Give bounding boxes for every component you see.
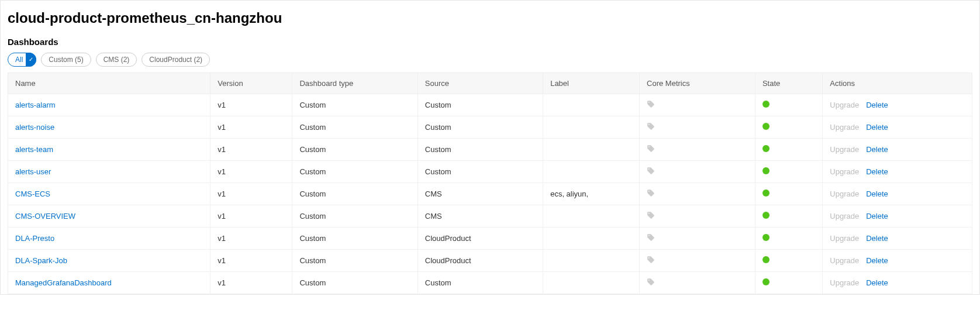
- state-dot-icon: [762, 256, 769, 263]
- cell-type: Custom: [292, 250, 417, 272]
- dashboard-name-link[interactable]: alerts-user: [15, 167, 51, 176]
- table-row: alerts-noisev1CustomCustomUpgradeDelete: [8, 116, 972, 139]
- table-row: DLA-Prestov1CustomCloudProductUpgradeDel…: [8, 228, 972, 250]
- cell-actions: UpgradeDelete: [823, 205, 972, 228]
- filter-chip-label: All: [15, 55, 23, 64]
- cell-version: v1: [211, 116, 292, 139]
- cell-label: [543, 116, 640, 139]
- filter-chip-label: CMS (2): [103, 55, 130, 64]
- cell-source: CMS: [417, 183, 543, 205]
- dashboard-name-link[interactable]: alerts-team: [15, 145, 53, 154]
- cell-core-metrics: [640, 272, 755, 294]
- state-dot-icon: [762, 234, 769, 241]
- table-row: CMS-OVERVIEWv1CustomCMSUpgradeDelete: [8, 205, 972, 228]
- delete-button[interactable]: Delete: [866, 101, 888, 109]
- dashboard-name-link[interactable]: CMS-OVERVIEW: [15, 212, 75, 220]
- cell-type: Custom: [292, 228, 417, 250]
- cell-core-metrics: [640, 228, 755, 250]
- state-dot-icon: [762, 101, 769, 108]
- cell-label: [543, 94, 640, 116]
- cell-state: [755, 272, 822, 294]
- dashboards-table: Name Version Dashboard type Source Label…: [8, 73, 972, 294]
- filter-chip-cloudproduct-2[interactable]: CloudProduct (2): [142, 53, 210, 67]
- dashboard-name-link[interactable]: CMS-ECS: [15, 189, 50, 198]
- tag-icon[interactable]: [647, 278, 655, 286]
- dashboard-name-link[interactable]: DLA-Presto: [15, 234, 54, 243]
- upgrade-button: Upgrade: [830, 256, 859, 265]
- cell-label: [543, 161, 640, 183]
- state-dot-icon: [762, 123, 769, 130]
- delete-button[interactable]: Delete: [866, 234, 888, 243]
- tag-icon[interactable]: [647, 233, 655, 242]
- dashboard-name-link[interactable]: alerts-noise: [15, 123, 54, 132]
- cell-core-metrics: [640, 139, 755, 161]
- upgrade-button: Upgrade: [830, 145, 859, 154]
- col-header-source: Source: [417, 73, 543, 94]
- cell-label: [543, 228, 640, 250]
- filter-chip-all[interactable]: All✓: [8, 53, 36, 67]
- cell-label: [543, 139, 640, 161]
- cell-version: v1: [211, 250, 292, 272]
- delete-button[interactable]: Delete: [866, 212, 888, 220]
- cell-source: CloudProduct: [417, 250, 543, 272]
- cell-version: v1: [211, 183, 292, 205]
- dashboard-name-link[interactable]: DLA-Spark-Job: [15, 256, 67, 265]
- page-title: cloud-product-prometheus_cn-hangzhou: [8, 10, 972, 26]
- dashboard-name-link[interactable]: ManagedGrafanaDashboard: [15, 278, 112, 287]
- table-row: alerts-userv1CustomCustomUpgradeDelete: [8, 161, 972, 183]
- state-dot-icon: [762, 145, 769, 152]
- cell-label: [543, 272, 640, 294]
- cell-label: [543, 250, 640, 272]
- cell-core-metrics: [640, 94, 755, 116]
- cell-label: [543, 205, 640, 228]
- cell-type: Custom: [292, 161, 417, 183]
- cell-source: Custom: [417, 139, 543, 161]
- tag-icon[interactable]: [647, 100, 655, 108]
- cell-core-metrics: [640, 250, 755, 272]
- tag-icon[interactable]: [647, 256, 655, 264]
- cell-actions: UpgradeDelete: [823, 183, 972, 205]
- tag-icon[interactable]: [647, 144, 655, 153]
- col-header-version: Version: [211, 73, 292, 94]
- cell-version: v1: [211, 139, 292, 161]
- filter-chip-label: CloudProduct (2): [149, 55, 202, 64]
- table-row: DLA-Spark-Jobv1CustomCloudProductUpgrade…: [8, 250, 972, 272]
- cell-state: [755, 183, 822, 205]
- cell-type: Custom: [292, 183, 417, 205]
- delete-button[interactable]: Delete: [866, 256, 888, 265]
- filter-chip-cms-2[interactable]: CMS (2): [96, 53, 137, 67]
- tag-icon[interactable]: [647, 122, 655, 130]
- cell-version: v1: [211, 228, 292, 250]
- state-dot-icon: [762, 212, 769, 219]
- filter-chip-label: Custom (5): [49, 55, 83, 64]
- check-icon: ✓: [29, 57, 33, 63]
- cell-version: v1: [211, 94, 292, 116]
- cell-actions: UpgradeDelete: [823, 161, 972, 183]
- state-dot-icon: [762, 278, 769, 285]
- cell-source: Custom: [417, 94, 543, 116]
- delete-button[interactable]: Delete: [866, 167, 888, 176]
- cell-actions: UpgradeDelete: [823, 139, 972, 161]
- delete-button[interactable]: Delete: [866, 189, 888, 198]
- col-header-label: Label: [543, 73, 640, 94]
- delete-button[interactable]: Delete: [866, 123, 888, 132]
- tag-icon[interactable]: [647, 167, 655, 175]
- dashboard-name-link[interactable]: alerts-alarm: [15, 101, 56, 109]
- tag-icon[interactable]: [647, 211, 655, 219]
- table-row: ManagedGrafanaDashboardv1CustomCustomUpg…: [8, 272, 972, 294]
- upgrade-button: Upgrade: [830, 101, 859, 109]
- state-dot-icon: [762, 189, 769, 197]
- cell-state: [755, 139, 822, 161]
- cell-core-metrics: [640, 205, 755, 228]
- delete-button[interactable]: Delete: [866, 145, 888, 154]
- cell-source: Custom: [417, 116, 543, 139]
- cell-core-metrics: [640, 161, 755, 183]
- table-row: alerts-teamv1CustomCustomUpgradeDelete: [8, 139, 972, 161]
- cell-version: v1: [211, 272, 292, 294]
- cell-source: Custom: [417, 272, 543, 294]
- delete-button[interactable]: Delete: [866, 278, 888, 287]
- filter-chip-custom-5[interactable]: Custom (5): [41, 53, 91, 67]
- tag-icon[interactable]: [647, 189, 655, 197]
- state-dot-icon: [762, 167, 769, 174]
- cell-state: [755, 250, 822, 272]
